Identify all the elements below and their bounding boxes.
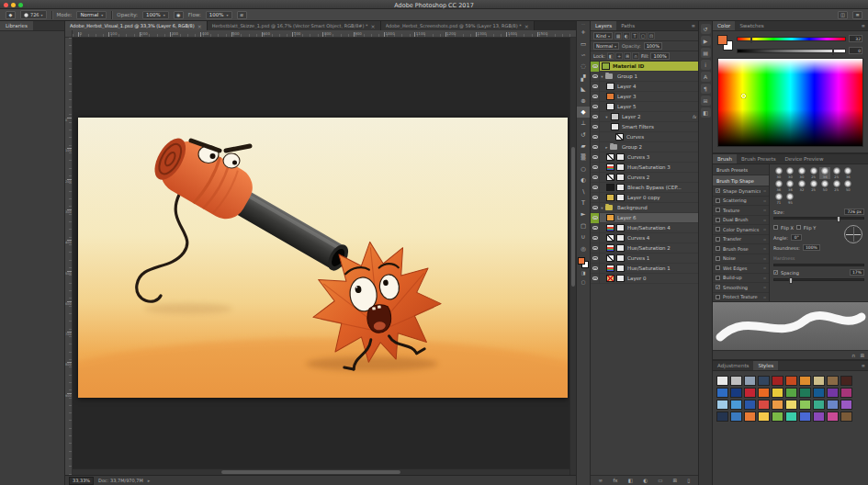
tab-layers[interactable]: Layers <box>591 21 616 30</box>
tab-brush[interactable]: Brush <box>713 154 737 164</box>
brush-option-row[interactable]: ✓Smoothing▫ <box>713 283 769 293</box>
lock-position-icon[interactable]: + <box>615 52 623 60</box>
style-swatch[interactable] <box>785 400 797 410</box>
brush-tip[interactable]: 25 <box>808 180 819 192</box>
checkbox[interactable] <box>716 276 720 280</box>
paragraph-panel-icon[interactable]: ¶ <box>701 84 711 94</box>
spacing-slider-thumb[interactable] <box>789 277 793 284</box>
brush-option-row[interactable]: Transfer▫ <box>713 235 769 245</box>
tab-swatches[interactable]: Swatches <box>735 21 768 30</box>
brush-presets-item[interactable]: Brush Presets <box>713 164 769 175</box>
eye-toggle[interactable] <box>591 223 600 233</box>
delete-layer-icon[interactable]: ▯ <box>687 478 690 483</box>
layer-row[interactable]: Hue/Saturation 2 <box>591 243 698 254</box>
brush-option-row[interactable]: Brush Pose▫ <box>713 244 769 254</box>
eye-toggle[interactable] <box>591 92 600 102</box>
gradient-tool[interactable]: ▒ <box>577 152 590 163</box>
info-panel-icon[interactable]: i <box>701 60 711 70</box>
layer-row[interactable]: Curves 1 <box>591 254 698 264</box>
eye-toggle[interactable] <box>591 122 600 132</box>
vertical-scrollbar-thumb[interactable] <box>571 147 575 287</box>
layer-row[interactable]: Hue/Saturation 1 <box>591 264 698 274</box>
horizontal-scrollbar-thumb[interactable] <box>221 470 400 474</box>
brush-option-row[interactable]: Color Dynamics▫ <box>713 225 769 235</box>
move-tool[interactable]: + <box>577 27 590 38</box>
layer-mask-icon[interactable]: ◧ <box>628 478 633 483</box>
brush-tip[interactable]: 25 <box>831 180 842 192</box>
layer-opacity-field[interactable]: 100% <box>644 42 662 50</box>
hue-slider-thumb[interactable] <box>750 37 752 43</box>
brush-option-row[interactable]: Wet Edges▫ <box>713 264 769 274</box>
style-swatch[interactable] <box>772 388 783 398</box>
pen-pressure-icon[interactable]: ◉ <box>174 11 184 19</box>
layer-group-icon[interactable]: ▭ <box>658 478 662 483</box>
layer-row[interactable]: ▾Background <box>591 203 698 213</box>
foreground-color-chip[interactable] <box>717 35 727 45</box>
brush-option-row[interactable]: Dual Brush▫ <box>713 216 769 226</box>
layer-style-icon[interactable]: fx <box>613 478 617 483</box>
eraser-tool[interactable]: ▰ <box>577 141 590 152</box>
style-swatch[interactable] <box>744 388 756 398</box>
opacity-field[interactable]: 100% ▾ <box>142 11 169 19</box>
fx-badge[interactable]: fx <box>693 115 696 119</box>
spacing-slider[interactable] <box>773 278 864 281</box>
eye-toggle[interactable] <box>591 72 600 82</box>
tab-color[interactable]: Color <box>713 21 735 30</box>
flip-y-checkbox[interactable] <box>796 225 801 230</box>
layer-row[interactable]: Hue/Saturation 3 <box>591 163 698 173</box>
style-swatch[interactable] <box>730 376 742 386</box>
canvas-artboard[interactable] <box>78 118 568 398</box>
eye-toggle[interactable] <box>591 233 600 243</box>
style-swatch[interactable] <box>799 376 811 386</box>
eye-toggle[interactable] <box>591 193 600 203</box>
layer-row[interactable]: ▾Layer 2fx <box>591 112 698 122</box>
brush-tip[interactable]: 36 <box>773 180 784 192</box>
clone-stamp-tool[interactable]: ⊥ <box>577 118 590 129</box>
lock-image-icon[interactable]: ⊞ <box>624 52 631 60</box>
layer-row[interactable]: Curves 2 <box>591 173 698 183</box>
style-swatch[interactable] <box>730 388 742 398</box>
style-swatch[interactable] <box>716 376 728 386</box>
left-ruler[interactable]: 0100200300400500600700800900 <box>65 38 73 475</box>
style-swatch[interactable] <box>744 376 756 386</box>
style-swatch[interactable] <box>758 400 770 410</box>
brush-tool[interactable]: ◆ <box>577 107 590 118</box>
style-swatch[interactable] <box>840 412 852 422</box>
panel-menu-icon[interactable]: ≡ <box>689 21 698 30</box>
tab-adjustments[interactable]: Adjustments <box>713 361 753 370</box>
brush-tip[interactable]: 30 <box>773 167 784 179</box>
brush-option-row[interactable]: ✓Shape Dynamics▫ <box>713 186 769 197</box>
filter-smart-object-icon[interactable]: ⊡ <box>648 32 655 39</box>
size-slider-thumb[interactable] <box>837 216 840 222</box>
brush-tip[interactable]: 50 <box>843 180 854 192</box>
lock-transparency-icon[interactable]: ◧ <box>607 52 614 60</box>
crop-tool[interactable]: ▞ <box>577 73 590 84</box>
style-swatch[interactable] <box>716 412 728 422</box>
style-swatch[interactable] <box>785 388 797 398</box>
brightness-slider-thumb[interactable] <box>832 49 834 55</box>
brush-tool-icon[interactable]: ◆ <box>6 11 16 19</box>
style-swatch[interactable] <box>772 400 783 410</box>
filter-shape-icon[interactable]: ▢ <box>639 32 647 39</box>
angle-value-field[interactable]: 0° <box>791 234 802 241</box>
eye-toggle[interactable] <box>591 152 600 163</box>
checkbox[interactable] <box>716 295 720 299</box>
layer-row[interactable]: Material ID <box>591 62 698 72</box>
panel-menu-icon[interactable]: ≡ <box>852 11 862 19</box>
style-swatch[interactable] <box>772 412 783 422</box>
layer-row[interactable]: Curves <box>591 132 698 142</box>
zoom-tool[interactable]: ◎ <box>577 242 590 254</box>
canvas-viewport[interactable]: 0100200300400500600700800900 <box>65 38 576 475</box>
lock-icon[interactable]: ∩ <box>851 353 855 358</box>
brush-tip[interactable]: 25 <box>831 167 842 179</box>
tab-close-icon[interactable]: × <box>197 23 202 29</box>
vertical-scrollbar[interactable] <box>569 38 576 475</box>
hue-value-field[interactable]: 32 <box>849 35 862 42</box>
style-swatch[interactable] <box>799 400 811 410</box>
character-panel-icon[interactable]: A <box>701 72 711 82</box>
style-swatch[interactable] <box>827 400 839 410</box>
eye-toggle[interactable] <box>591 163 600 173</box>
checkbox[interactable] <box>716 246 720 251</box>
style-swatch[interactable] <box>730 400 742 410</box>
adjustment-layer-icon[interactable]: ◐ <box>643 478 648 483</box>
